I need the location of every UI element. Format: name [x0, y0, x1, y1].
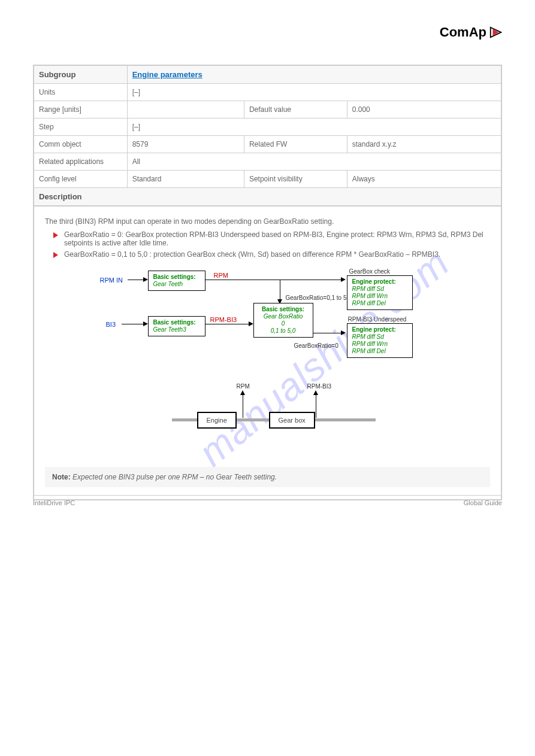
description-list: GearBoxRatio = 0: GearBox protection RPM… — [45, 230, 490, 259]
ep2-p2: RPM diff Wrn — [352, 341, 407, 348]
label-rpm-mech: RPM — [237, 383, 250, 390]
box-engine-protect-2: Engine protect: RPM diff Sd RPM diff Wrn… — [347, 323, 413, 358]
comm-object-value: 8579 — [132, 140, 149, 148]
box-engine-protect-1: Engine protect: RPM diff Sd RPM diff Wrn… — [347, 275, 413, 310]
arrow-head-icon — [341, 277, 346, 282]
bullet-2: GearBoxRatio = 0,1 to 5,0 : protection G… — [53, 250, 490, 259]
arrow-head-icon — [240, 390, 245, 395]
basic1-title: Basic settings: — [153, 274, 200, 281]
row-subgroup: Subgroup Engine parameters — [34, 65, 501, 84]
note-text: Expected one BIN3 pulse per one RPM – no… — [72, 473, 277, 481]
page-header: ComAp — [33, 24, 502, 41]
config-level-value: Standard — [132, 175, 162, 183]
brand-logo: ComAp — [440, 24, 502, 41]
basic3-param: Gear Teeth3 — [153, 326, 200, 333]
bullet-1: GearBoxRatio = 0: GearBox protection RPM… — [53, 230, 490, 247]
arrow-head-icon — [313, 390, 318, 395]
label-bi3: BI3 — [106, 321, 116, 328]
config-level-label: Config level — [39, 175, 77, 183]
arrow-line — [122, 324, 144, 324]
brand-text: ComAp — [440, 25, 486, 40]
arrow-line — [128, 280, 144, 280]
related-apps-label: Related applications — [39, 157, 104, 166]
default-value-label: Default value — [249, 105, 291, 114]
basic3-title: Basic settings: — [153, 319, 200, 326]
box-gearbox-ratio: Basic settings: Gear BoxRatio 0 0,1 to 5… — [253, 303, 313, 338]
row-units: Units [–] — [34, 84, 501, 101]
box-gearbox-mech: Gear box — [269, 412, 315, 429]
description-label: Description — [39, 192, 82, 201]
footer-right: Global Guide — [464, 499, 502, 506]
box-basic-settings-1: Basic settings: Gear Teeth — [148, 271, 205, 291]
basic1-param: Gear Teeth — [153, 281, 200, 288]
gearratio-title: Basic settings: — [259, 306, 308, 313]
row-config: Config level Standard Setpoint visibilit… — [34, 171, 501, 188]
step-label: Step — [39, 123, 54, 131]
gearratio-p2: 0 — [259, 320, 308, 327]
units-value: [–] — [132, 88, 140, 96]
note-label: Note: — [52, 473, 71, 481]
label-gearboxratio-range: GearBoxRatio=0,1 to 5,0 — [286, 294, 352, 301]
setpoint-visibility-label: Setpoint visibility — [249, 175, 303, 183]
box-basic-settings-3: Basic settings: Gear Teeth3 — [148, 316, 205, 336]
row-step: Step [–] — [34, 119, 501, 136]
arrow-line — [205, 324, 250, 324]
units-label: Units — [39, 88, 55, 96]
ep1-p1: RPM diff Sd — [352, 286, 407, 293]
subgroup-link[interactable]: Engine parameters — [132, 70, 202, 79]
ep2-p3: RPM diff Del — [352, 348, 407, 355]
footer-left: InteliDrive IPC — [33, 499, 75, 506]
description-intro: The third (BIN3) RPM input can operate i… — [45, 217, 490, 226]
ep2-p1: RPM diff Sd — [352, 333, 407, 341]
block-diagram: RPM IN BI3 Basic settings: Gear Teeth RP… — [100, 268, 436, 460]
row-related-apps: Related applications All — [34, 153, 501, 171]
label-rpm-in: RPM IN — [100, 277, 123, 284]
arrow-line — [205, 280, 342, 280]
ep1-p2: RPM diff Wrn — [352, 293, 407, 300]
description-box: The third (BIN3) RPM input can operate i… — [33, 207, 502, 500]
label-rpm-bi3: RPM-BI3 — [210, 316, 237, 323]
note-box: Note: Expected one BIN3 pulse per one RP… — [45, 467, 490, 487]
subgroup-label: Subgroup — [39, 70, 75, 79]
arrow-line — [313, 333, 343, 333]
gearratio-p3: 0,1 to 5,0 — [259, 327, 308, 335]
arrow-head-icon — [143, 321, 148, 326]
related-apps-value: All — [132, 157, 140, 166]
related-fw-value: standard x.y.z — [352, 140, 397, 148]
setpoint-table: Subgroup Engine parameters Units [–] Ran… — [33, 65, 502, 207]
range-label: Range [units] — [39, 105, 81, 114]
gearratio-p1: Gear BoxRatio — [259, 313, 308, 320]
row-comm-object: Comm object 8579 Related FW standard x.y… — [34, 136, 501, 153]
label-rpmbi3-mech: RPM-BI3 — [307, 383, 332, 390]
label-rpm: RPM — [214, 272, 228, 279]
label-gearbox-check: GearBox check — [349, 268, 390, 275]
arrow-line — [316, 394, 316, 418]
box-engine-mech: Engine — [197, 412, 237, 429]
arrow-head-icon — [143, 277, 148, 282]
ep1-p3: RPM diff Del — [352, 300, 407, 307]
page-footer: InteliDrive IPC Global Guide — [33, 495, 502, 506]
related-fw-label: Related FW — [249, 140, 287, 148]
default-value-value: 0.000 — [352, 105, 370, 114]
ep1-title: Engine protect: — [352, 278, 407, 286]
arrow-line — [243, 394, 243, 418]
ep2-title: Engine protect: — [352, 326, 407, 333]
row-range: Range [units] Default value 0.000 — [34, 101, 501, 119]
label-gearboxratio-zero: GearBoxRatio=0 — [294, 342, 338, 349]
step-value: [–] — [132, 123, 140, 131]
setpoint-visibility-value: Always — [352, 175, 375, 183]
arrow-head-icon — [249, 321, 253, 326]
brand-triangle-icon — [489, 26, 502, 39]
label-rpmbi3-underspeed: RPM-BI3 Underspeed — [348, 316, 407, 323]
comm-object-label: Comm object — [39, 140, 81, 148]
arrow-head-icon — [341, 330, 346, 335]
row-description-header: Description — [34, 188, 501, 207]
